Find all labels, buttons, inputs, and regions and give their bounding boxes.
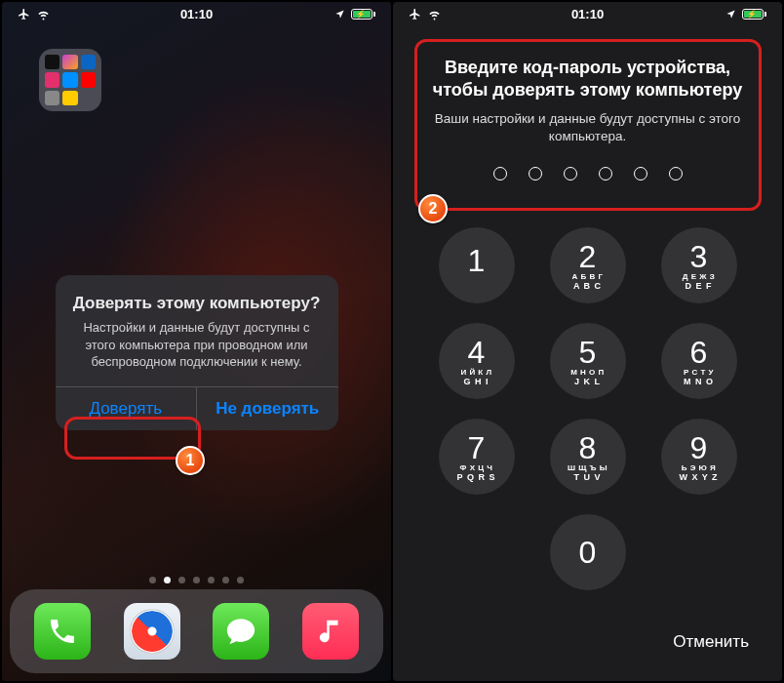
keypad-3[interactable]: 3Д Е Ж ЗD E F bbox=[661, 227, 737, 303]
dock bbox=[10, 589, 383, 673]
highlight-passcode bbox=[414, 39, 762, 211]
keypad-7[interactable]: 7Ф Х Ц ЧP Q R S bbox=[439, 419, 515, 495]
keypad: 1 2А Б В ГA B C 3Д Е Ж ЗD E F 4И Й К ЛG … bbox=[393, 227, 782, 590]
step-badge-2: 2 bbox=[418, 194, 448, 223]
cancel-button[interactable]: Отменить bbox=[673, 632, 749, 652]
status-time: 01:10 bbox=[2, 7, 391, 21]
status-bar: 01:10 ⚡ bbox=[393, 2, 782, 23]
app-folder[interactable] bbox=[39, 49, 101, 111]
left-screenshot: 01:10 ⚡ Доверять этому компьютеру? Настр… bbox=[2, 2, 391, 681]
keypad-5[interactable]: 5М Н О ПJ K L bbox=[550, 323, 626, 399]
status-bar: 01:10 ⚡ bbox=[2, 2, 391, 23]
status-time: 01:10 bbox=[393, 7, 782, 21]
trust-alert: Доверять этому компьютеру? Настройки и д… bbox=[56, 275, 338, 430]
keypad-9[interactable]: 9Ь Э Ю ЯW X Y Z bbox=[661, 419, 737, 495]
alert-message: Настройки и данные будут доступны с этог… bbox=[71, 319, 323, 371]
dont-trust-button[interactable]: Не доверять bbox=[196, 387, 338, 430]
keypad-6[interactable]: 6Р С Т УM N O bbox=[661, 323, 737, 399]
right-screenshot: 01:10 ⚡ Введите код-пароль устройства, ч… bbox=[393, 2, 782, 681]
keypad-8[interactable]: 8Ш Щ Ъ ЫT U V bbox=[550, 419, 626, 495]
keypad-0[interactable]: 0 bbox=[550, 514, 626, 590]
page-indicator bbox=[2, 577, 391, 583]
messages-app-icon[interactable] bbox=[213, 603, 269, 660]
keypad-1[interactable]: 1 bbox=[439, 227, 515, 303]
keypad-2[interactable]: 2А Б В ГA B C bbox=[550, 227, 626, 303]
keypad-4[interactable]: 4И Й К ЛG H I bbox=[439, 323, 515, 399]
music-app-icon[interactable] bbox=[302, 603, 359, 660]
safari-app-icon[interactable] bbox=[124, 603, 180, 660]
phone-app-icon[interactable] bbox=[34, 603, 91, 660]
step-badge-1: 1 bbox=[176, 446, 205, 475]
alert-title: Доверять этому компьютеру? bbox=[71, 293, 323, 313]
